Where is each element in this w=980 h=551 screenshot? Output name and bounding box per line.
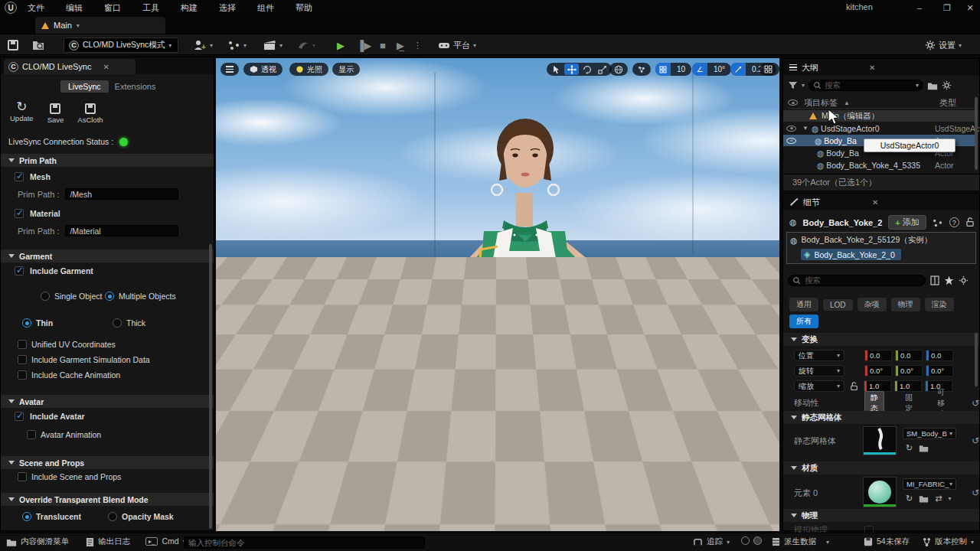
- gear-icon[interactable]: [959, 276, 969, 285]
- world-space-toggle[interactable]: [609, 63, 628, 76]
- minimize-button[interactable]: –: [908, 0, 931, 15]
- use-selected-icon[interactable]: ↻: [906, 494, 913, 504]
- gear-icon[interactable]: [942, 80, 952, 90]
- use-selected-icon[interactable]: ↻: [906, 443, 913, 453]
- menu-select[interactable]: 选择: [219, 2, 236, 14]
- outliner-tabbar[interactable]: 大纲 ✕: [783, 59, 979, 76]
- browse-to-icon[interactable]: [919, 444, 929, 452]
- chip-general[interactable]: 通用: [789, 298, 818, 311]
- translucent-radio[interactable]: [22, 512, 31, 521]
- location-z-input[interactable]: 0.0: [926, 350, 953, 361]
- launch-button[interactable]: ▶̲: [397, 37, 404, 53]
- unlock-icon[interactable]: [965, 217, 975, 227]
- browse-to-icon[interactable]: [919, 494, 929, 503]
- cmd-dropdown[interactable]: ▸_ Cmd▾: [145, 536, 186, 546]
- content-drawer-button[interactable]: 内容侧滑菜单: [6, 536, 69, 547]
- surface-snap-button[interactable]: [632, 63, 651, 76]
- scale-lock-icon[interactable]: [850, 382, 858, 391]
- opacity-mask-radio[interactable]: [108, 512, 117, 521]
- show-dropdown[interactable]: 显示: [332, 63, 360, 76]
- avatar-anim-checkbox[interactable]: [27, 430, 36, 439]
- add-actor-button[interactable]: + ▾: [193, 37, 213, 53]
- outliner-row[interactable]: ◍ Body_Back_Yoke_4_5335 Actor: [783, 159, 976, 171]
- scale-tool[interactable]: [595, 64, 609, 75]
- rotation-y-input[interactable]: 0.0°: [895, 365, 923, 377]
- section-static-mesh[interactable]: 静态网格体: [783, 411, 979, 424]
- update-button[interactable]: ↻ Update: [10, 102, 34, 122]
- stop-button[interactable]: ■: [380, 37, 386, 53]
- platforms-dropdown[interactable]: 平台▾: [438, 37, 476, 53]
- outliner-search-input[interactable]: 搜索 ▾: [808, 80, 923, 91]
- scale-y-input[interactable]: 1.0: [894, 380, 922, 392]
- menu-build[interactable]: 构建: [181, 2, 198, 14]
- frame-skip-button[interactable]: ▐▶: [357, 37, 371, 53]
- single-object-radio[interactable]: [41, 292, 50, 301]
- menu-tools[interactable]: 工具: [142, 2, 159, 14]
- rotation-x-input[interactable]: 0.0°: [864, 365, 892, 377]
- reset-icon[interactable]: ↺: [972, 435, 979, 446]
- location-dropdown[interactable]: 位置▾: [794, 350, 844, 361]
- content-browser-button[interactable]: [32, 37, 44, 53]
- add-component-button[interactable]: + 添加: [888, 215, 926, 230]
- reset-icon[interactable]: ↺: [972, 487, 979, 498]
- section-materials[interactable]: 材质: [783, 461, 979, 474]
- details-scrollbar[interactable]: [975, 333, 978, 386]
- material-thumbnail[interactable]: [863, 477, 897, 507]
- chip-physics[interactable]: 物理: [891, 298, 920, 311]
- material-checkbox[interactable]: [15, 209, 24, 218]
- section-transform[interactable]: 变换: [783, 333, 979, 346]
- include-avatar-checkbox[interactable]: [15, 412, 24, 421]
- close-button[interactable]: ✕: [959, 0, 980, 15]
- folder-icon[interactable]: [927, 81, 938, 90]
- level-viewport[interactable]: Z X 透视 光照 显示 10 ∠: [216, 58, 779, 531]
- unified-uv-checkbox[interactable]: [18, 340, 27, 349]
- section-avatar[interactable]: Avatar: [1, 395, 214, 408]
- mesh-checkbox[interactable]: [15, 172, 24, 181]
- blueprints-button[interactable]: ▾: [228, 37, 247, 53]
- unsaved-button[interactable]: 54未保存: [864, 536, 910, 547]
- angle-snap-control[interactable]: ∠ 10°: [692, 63, 731, 76]
- lit-mode-dropdown[interactable]: 光照: [289, 63, 328, 76]
- type-column[interactable]: 类型: [939, 97, 956, 109]
- blueprint-edit-icon[interactable]: [933, 218, 943, 227]
- include-garment-checkbox[interactable]: [15, 266, 24, 276]
- selection-mode-button[interactable]: ▾: [297, 37, 315, 53]
- viewport-options-button[interactable]: [220, 63, 239, 76]
- settings-dropdown[interactable]: 设置▾: [925, 37, 962, 53]
- rotate-tool[interactable]: [580, 64, 594, 75]
- section-prim-path[interactable]: Prim Path: [1, 154, 214, 167]
- details-search-input[interactable]: 搜索: [788, 275, 926, 286]
- multiple-objects-radio[interactable]: [105, 292, 114, 301]
- hierarchy-row-instance[interactable]: ◍ Body_Back_Yoke_2_55129（实例）: [790, 235, 932, 246]
- status-indicator-icons[interactable]: [741, 536, 762, 545]
- mesh-path-input[interactable]: [65, 188, 178, 200]
- include-scene-checkbox[interactable]: [18, 472, 27, 481]
- filter-caret-icon[interactable]: ▾: [802, 82, 805, 89]
- tab-main-level[interactable]: Main ▾: [35, 17, 165, 34]
- save-all-button[interactable]: [8, 37, 18, 53]
- thin-radio[interactable]: [22, 318, 31, 328]
- cache-anim-checkbox[interactable]: [18, 370, 27, 380]
- location-y-input[interactable]: 0.0: [895, 350, 923, 361]
- display-options-icon[interactable]: [930, 276, 939, 285]
- livesync-panel-tab[interactable]: C CLO/MD LiveSync ✕: [4, 59, 136, 74]
- trace-dropdown[interactable]: 追踪▾: [693, 536, 730, 547]
- scale-dropdown[interactable]: 缩放▾: [794, 380, 844, 392]
- revision-control-dropdown[interactable]: 版本控制▾: [923, 536, 974, 547]
- chip-misc[interactable]: 杂项: [858, 298, 887, 311]
- perspective-dropdown[interactable]: 透视: [243, 63, 283, 76]
- outliner-scrollbar[interactable]: [975, 97, 978, 170]
- rotation-z-input[interactable]: 0.0°: [926, 365, 953, 377]
- editor-mode-dropdown[interactable]: C CLO/MD LiveSync模式 ▾: [64, 37, 178, 53]
- tab-extensions[interactable]: Extensions: [115, 82, 156, 91]
- close-icon[interactable]: ✕: [103, 63, 109, 71]
- chip-rendering[interactable]: 渲染: [925, 298, 954, 311]
- static-mesh-dropdown[interactable]: SM_Body_B▾: [903, 428, 956, 439]
- help-icon[interactable]: ?: [949, 217, 959, 227]
- cinematics-button[interactable]: ▾: [263, 37, 283, 53]
- outliner-row-main[interactable]: Main（编辑器）: [783, 110, 976, 122]
- hierarchy-row-component[interactable]: ◈ Body_Back_Yoke_2_0: [801, 249, 901, 260]
- chip-all[interactable]: 所有: [789, 315, 818, 328]
- section-garment[interactable]: Garment: [1, 249, 214, 262]
- material-dropdown[interactable]: MI_FABRIC_▾: [903, 478, 956, 490]
